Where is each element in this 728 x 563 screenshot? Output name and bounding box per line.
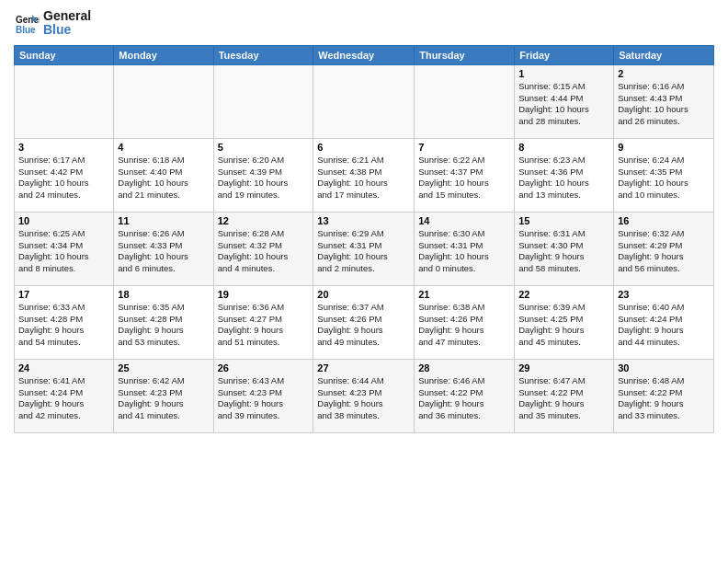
calendar-cell: 12Sunrise: 6:28 AM Sunset: 4:32 PM Dayli… — [213, 212, 313, 285]
day-number: 21 — [418, 289, 510, 300]
calendar-body: 1Sunrise: 6:15 AM Sunset: 4:44 PM Daylig… — [15, 64, 714, 432]
day-info: Sunrise: 6:41 AM Sunset: 4:24 PM Dayligh… — [18, 375, 109, 422]
day-info: Sunrise: 6:33 AM Sunset: 4:28 PM Dayligh… — [18, 302, 109, 349]
page: General Blue General Blue Sunday Monday … — [0, 0, 728, 563]
calendar-cell: 6Sunrise: 6:21 AM Sunset: 4:38 PM Daylig… — [313, 138, 415, 212]
header-tuesday: Tuesday — [213, 45, 313, 64]
calendar-cell: 13Sunrise: 6:29 AM Sunset: 4:31 PM Dayli… — [313, 212, 415, 285]
calendar-cell: 27Sunrise: 6:44 AM Sunset: 4:23 PM Dayli… — [313, 359, 415, 432]
calendar-cell — [15, 64, 114, 138]
day-info: Sunrise: 6:15 AM Sunset: 4:44 PM Dayligh… — [518, 81, 609, 128]
calendar-cell: 5Sunrise: 6:20 AM Sunset: 4:39 PM Daylig… — [213, 138, 313, 212]
day-number: 3 — [18, 142, 109, 153]
day-info: Sunrise: 6:17 AM Sunset: 4:42 PM Dayligh… — [18, 155, 109, 201]
day-number: 4 — [118, 142, 209, 153]
day-info: Sunrise: 6:31 AM Sunset: 4:30 PM Dayligh… — [518, 228, 609, 275]
calendar-cell: 23Sunrise: 6:40 AM Sunset: 4:24 PM Dayli… — [614, 285, 714, 359]
header-friday: Friday — [515, 45, 614, 64]
calendar-cell: 17Sunrise: 6:33 AM Sunset: 4:28 PM Dayli… — [15, 285, 114, 359]
calendar-cell: 20Sunrise: 6:37 AM Sunset: 4:26 PM Dayli… — [313, 285, 415, 359]
calendar-cell: 29Sunrise: 6:47 AM Sunset: 4:22 PM Dayli… — [515, 359, 614, 432]
calendar-cell: 14Sunrise: 6:30 AM Sunset: 4:31 PM Dayli… — [415, 212, 515, 285]
day-number: 11 — [118, 215, 209, 226]
calendar-cell: 24Sunrise: 6:41 AM Sunset: 4:24 PM Dayli… — [15, 359, 114, 432]
calendar-cell: 10Sunrise: 6:25 AM Sunset: 4:34 PM Dayli… — [15, 212, 114, 285]
day-info: Sunrise: 6:18 AM Sunset: 4:40 PM Dayligh… — [118, 155, 209, 201]
day-info: Sunrise: 6:22 AM Sunset: 4:37 PM Dayligh… — [418, 155, 510, 201]
day-info: Sunrise: 6:23 AM Sunset: 4:36 PM Dayligh… — [518, 155, 609, 201]
day-info: Sunrise: 6:48 AM Sunset: 4:22 PM Dayligh… — [618, 375, 710, 422]
day-info: Sunrise: 6:37 AM Sunset: 4:26 PM Dayligh… — [317, 302, 410, 349]
day-number: 26 — [218, 362, 310, 373]
header-thursday: Thursday — [415, 45, 515, 64]
week-row-5: 24Sunrise: 6:41 AM Sunset: 4:24 PM Dayli… — [15, 359, 714, 432]
day-info: Sunrise: 6:42 AM Sunset: 4:23 PM Dayligh… — [118, 375, 209, 422]
day-info: Sunrise: 6:36 AM Sunset: 4:27 PM Dayligh… — [218, 302, 310, 349]
day-info: Sunrise: 6:46 AM Sunset: 4:22 PM Dayligh… — [418, 375, 510, 422]
week-row-4: 17Sunrise: 6:33 AM Sunset: 4:28 PM Dayli… — [15, 285, 714, 359]
calendar-cell: 28Sunrise: 6:46 AM Sunset: 4:22 PM Dayli… — [415, 359, 515, 432]
day-info: Sunrise: 6:25 AM Sunset: 4:34 PM Dayligh… — [18, 228, 109, 275]
day-number: 5 — [218, 142, 310, 153]
calendar-cell — [415, 64, 515, 138]
day-number: 23 — [618, 289, 710, 300]
calendar-cell: 3Sunrise: 6:17 AM Sunset: 4:42 PM Daylig… — [15, 138, 114, 212]
calendar-cell: 11Sunrise: 6:26 AM Sunset: 4:33 PM Dayli… — [114, 212, 213, 285]
day-number: 17 — [18, 289, 109, 300]
day-info: Sunrise: 6:47 AM Sunset: 4:22 PM Dayligh… — [518, 375, 609, 422]
calendar-cell: 7Sunrise: 6:22 AM Sunset: 4:37 PM Daylig… — [415, 138, 515, 212]
header-saturday: Saturday — [614, 45, 714, 64]
week-row-1: 1Sunrise: 6:15 AM Sunset: 4:44 PM Daylig… — [15, 64, 714, 138]
day-info: Sunrise: 6:30 AM Sunset: 4:31 PM Dayligh… — [418, 228, 510, 275]
calendar-cell: 18Sunrise: 6:35 AM Sunset: 4:28 PM Dayli… — [114, 285, 213, 359]
calendar-cell: 19Sunrise: 6:36 AM Sunset: 4:27 PM Dayli… — [213, 285, 313, 359]
header-wednesday: Wednesday — [313, 45, 415, 64]
day-number: 10 — [18, 215, 109, 226]
header-row: Sunday Monday Tuesday Wednesday Thursday… — [15, 45, 714, 64]
day-info: Sunrise: 6:32 AM Sunset: 4:29 PM Dayligh… — [618, 228, 710, 275]
day-number: 14 — [418, 215, 510, 226]
day-number: 27 — [317, 362, 410, 373]
day-number: 24 — [18, 362, 109, 373]
calendar-cell: 21Sunrise: 6:38 AM Sunset: 4:26 PM Dayli… — [415, 285, 515, 359]
logo-line1: General — [43, 9, 91, 23]
calendar-cell: 8Sunrise: 6:23 AM Sunset: 4:36 PM Daylig… — [515, 138, 614, 212]
calendar-cell: 26Sunrise: 6:43 AM Sunset: 4:23 PM Dayli… — [213, 359, 313, 432]
calendar-cell: 4Sunrise: 6:18 AM Sunset: 4:40 PM Daylig… — [114, 138, 213, 212]
day-info: Sunrise: 6:39 AM Sunset: 4:25 PM Dayligh… — [518, 302, 609, 349]
calendar-header: Sunday Monday Tuesday Wednesday Thursday… — [15, 45, 714, 64]
calendar-cell: 30Sunrise: 6:48 AM Sunset: 4:22 PM Dayli… — [614, 359, 714, 432]
day-info: Sunrise: 6:29 AM Sunset: 4:31 PM Dayligh… — [317, 228, 410, 275]
week-row-2: 3Sunrise: 6:17 AM Sunset: 4:42 PM Daylig… — [15, 138, 714, 212]
header-sunday: Sunday — [15, 45, 114, 64]
logo-line2: Blue — [43, 23, 91, 37]
calendar-cell: 25Sunrise: 6:42 AM Sunset: 4:23 PM Dayli… — [114, 359, 213, 432]
calendar-cell: 22Sunrise: 6:39 AM Sunset: 4:25 PM Dayli… — [515, 285, 614, 359]
logo-text: General Blue — [43, 9, 91, 38]
day-info: Sunrise: 6:38 AM Sunset: 4:26 PM Dayligh… — [418, 302, 510, 349]
day-number: 18 — [118, 289, 209, 300]
day-number: 2 — [618, 68, 710, 79]
day-number: 16 — [618, 215, 710, 226]
header-monday: Monday — [114, 45, 213, 64]
day-info: Sunrise: 6:16 AM Sunset: 4:43 PM Dayligh… — [618, 81, 710, 128]
day-number: 13 — [317, 215, 410, 226]
day-number: 15 — [518, 215, 609, 226]
day-info: Sunrise: 6:43 AM Sunset: 4:23 PM Dayligh… — [218, 375, 310, 422]
day-info: Sunrise: 6:35 AM Sunset: 4:28 PM Dayligh… — [118, 302, 209, 349]
day-info: Sunrise: 6:20 AM Sunset: 4:39 PM Dayligh… — [218, 155, 310, 201]
day-info: Sunrise: 6:21 AM Sunset: 4:38 PM Dayligh… — [317, 155, 410, 201]
day-number: 1 — [518, 68, 609, 79]
calendar-cell: 16Sunrise: 6:32 AM Sunset: 4:29 PM Dayli… — [614, 212, 714, 285]
day-number: 20 — [317, 289, 410, 300]
day-info: Sunrise: 6:28 AM Sunset: 4:32 PM Dayligh… — [218, 228, 310, 275]
day-info: Sunrise: 6:40 AM Sunset: 4:24 PM Dayligh… — [618, 302, 710, 349]
calendar-cell: 15Sunrise: 6:31 AM Sunset: 4:30 PM Dayli… — [515, 212, 614, 285]
header: General Blue General Blue — [14, 9, 714, 38]
day-number: 9 — [618, 142, 710, 153]
day-info: Sunrise: 6:24 AM Sunset: 4:35 PM Dayligh… — [618, 155, 710, 201]
day-number: 8 — [518, 142, 609, 153]
day-number: 30 — [618, 362, 710, 373]
day-number: 12 — [218, 215, 310, 226]
logo-icon: General Blue — [14, 10, 40, 36]
